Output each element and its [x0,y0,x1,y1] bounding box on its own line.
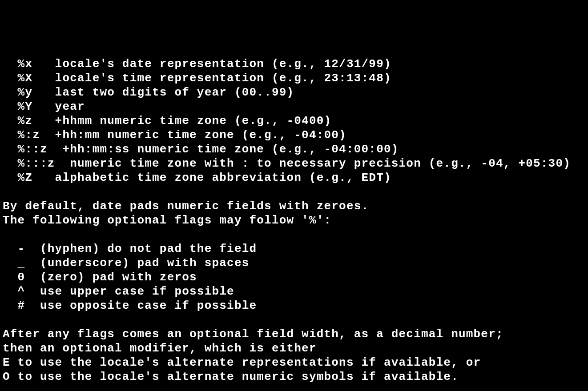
man-page-line: %:::z numeric time zone with : to necess… [3,156,585,171]
man-page-line [3,185,585,199]
man-page-line [3,384,585,391]
man-page-line: - (hyphen) do not pad the field [3,242,585,256]
man-page-line: %:z +hh:mm numeric time zone (e.g., -04:… [3,128,585,142]
man-page-line: then an optional modifier, which is eith… [3,341,585,355]
man-page-line: O to use the locale's alternate numeric … [3,370,585,384]
man-page-line: After any flags comes an optional field … [3,327,585,341]
man-page-line: ^ use upper case if possible [3,284,585,299]
man-page-line: %::z +hh:mm:ss numeric time zone (e.g., … [3,142,585,156]
terminal-output[interactable]: %x locale's date representation (e.g., 1… [0,57,588,391]
man-page-line [3,227,585,242]
man-page-line: By default, date pads numeric fields wit… [3,199,585,213]
man-page-line: _ (underscore) pad with spaces [3,256,585,270]
man-page-line: %y last two digits of year (00..99) [3,85,585,100]
man-page-line: # use opposite case if possible [3,299,585,313]
man-page-line: %Y year [3,100,585,114]
man-page-line: E to use the locale's alternate represen… [3,355,585,370]
man-page-line: %Z alphabetic time zone abbreviation (e.… [3,171,585,185]
man-page-line: 0 (zero) pad with zeros [3,270,585,284]
man-page-line: The following optional flags may follow … [3,213,585,227]
man-page-line: %X locale's time representation (e.g., 2… [3,71,585,85]
man-page-line [3,313,585,327]
man-page-line: %x locale's date representation (e.g., 1… [3,57,585,71]
man-page-line: %z +hhmm numeric time zone (e.g., -0400) [3,114,585,128]
